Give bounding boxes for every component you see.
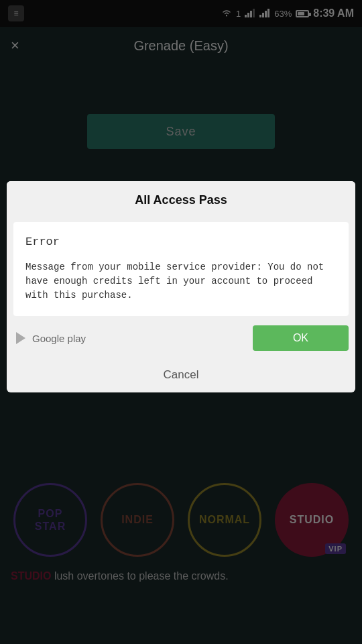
- modal-body: Error Message from your mobile service p…: [13, 222, 349, 316]
- modal-header: All Access Pass: [7, 181, 355, 222]
- error-message: Message from your mobile service provide…: [25, 260, 337, 303]
- google-play-label: Google play: [32, 333, 86, 344]
- cancel-button[interactable]: Cancel: [7, 360, 355, 392]
- modal-title: All Access Pass: [20, 193, 342, 207]
- google-play-logo: Google play: [13, 331, 86, 345]
- modal-footer: Google play OK: [7, 316, 355, 360]
- google-play-icon: [13, 331, 28, 345]
- modal-container: All Access Pass Error Message from your …: [7, 181, 355, 392]
- error-title: Error: [25, 235, 337, 248]
- svg-marker-9: [16, 332, 25, 344]
- ok-button[interactable]: OK: [253, 325, 349, 351]
